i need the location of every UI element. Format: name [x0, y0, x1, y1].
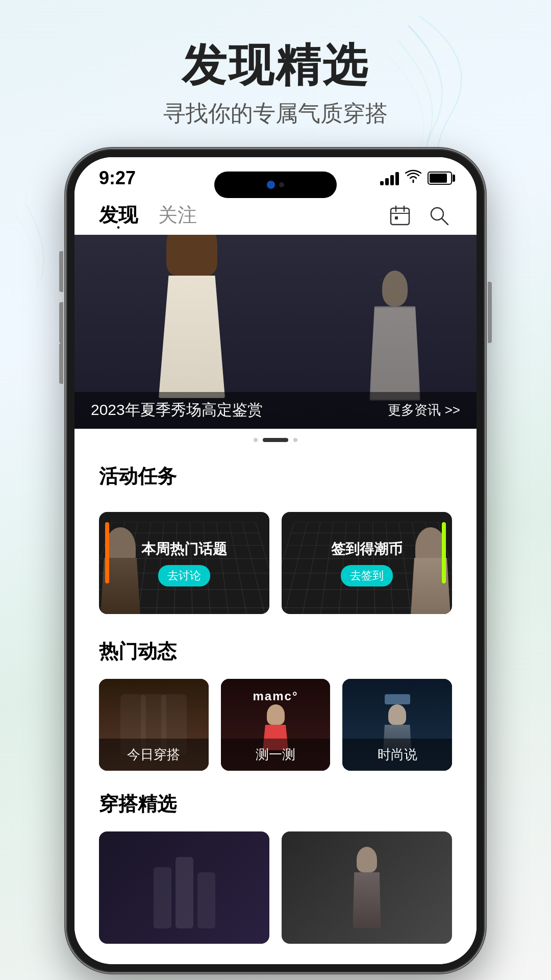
dot-3[interactable] — [293, 438, 297, 442]
signal-icon — [380, 171, 399, 185]
card-1-main-text: 本周热门话题 — [141, 540, 227, 559]
card-2-text: 签到得潮币 去签到 — [331, 540, 403, 586]
page-header: 发现精选 寻找你的专属气质穿搭 — [163, 0, 388, 129]
outfit-section-title: 穿搭精选 — [74, 791, 477, 817]
hot-card-2[interactable]: mamc° 测一测 — [221, 679, 331, 771]
wifi-icon — [405, 169, 421, 187]
svg-line-6 — [442, 218, 448, 225]
activity-section-title: 活动任务 — [99, 463, 452, 489]
activity-card-1[interactable]: 本周热门话题 去讨论 — [99, 512, 269, 614]
hot-card-3[interactable]: 时尚说 — [342, 679, 452, 771]
card-2-badge[interactable]: 去签到 — [341, 565, 393, 586]
search-button[interactable] — [425, 202, 452, 229]
page-title: 发现精选 — [163, 41, 388, 90]
svg-rect-0 — [391, 208, 409, 225]
outfit-card-1[interactable] — [99, 831, 269, 944]
hero-banner[interactable]: 2023年夏季秀场高定鉴赏 更多资讯 >> — [74, 235, 477, 429]
hot-card-3-label: 时尚说 — [342, 739, 452, 771]
tab-follow[interactable]: 关注 — [158, 202, 197, 228]
phone-body: 9:27 — [66, 149, 485, 972]
hot-card-1[interactable]: 今日穿搭 — [99, 679, 209, 771]
outfit-cards — [74, 831, 477, 944]
hot-section-header: 热门动态 — [74, 639, 477, 665]
status-icons — [380, 169, 452, 187]
phone-frame: 9:27 — [66, 149, 485, 972]
svg-rect-4 — [395, 216, 398, 219]
carousel-dots — [74, 429, 477, 451]
hero-title: 2023年夏季秀场高定鉴赏 — [91, 400, 263, 421]
hot-cards: 今日穿搭 mamc° 测一测 — [74, 679, 477, 771]
activity-card-2[interactable]: 签到得潮币 去签到 — [282, 512, 452, 614]
tab-discover[interactable]: 发现 — [99, 202, 138, 228]
hero-bottom-bar: 2023年夏季秀场高定鉴赏 更多资讯 >> — [74, 392, 477, 429]
status-time: 9:27 — [99, 167, 136, 189]
dot-1[interactable] — [254, 438, 258, 442]
mamc-brand: mamc° — [253, 689, 298, 703]
nav-icons — [387, 202, 452, 229]
hot-card-2-label: 测一测 — [221, 739, 331, 771]
battery-icon — [428, 172, 452, 185]
dot-2[interactable] — [263, 438, 288, 442]
card-1-badge[interactable]: 去讨论 — [158, 565, 210, 586]
phone-screen: 9:27 — [74, 157, 477, 964]
status-bar: 9:27 — [74, 157, 477, 194]
activity-section-header: 活动任务 — [74, 451, 477, 512]
hot-card-1-label: 今日穿搭 — [99, 739, 209, 771]
outfit-card-2[interactable] — [282, 831, 452, 944]
card-2-main-text: 签到得潮币 — [331, 540, 403, 559]
orange-stripe — [105, 522, 109, 583]
camera-dot — [267, 181, 275, 189]
nav-tabs: 发现 关注 — [74, 194, 477, 235]
card-1-text: 本周热门话题 去讨论 — [141, 540, 227, 586]
outfit-section-header: 穿搭精选 — [74, 791, 477, 817]
hot-section-title: 热门动态 — [99, 639, 452, 665]
bottom-spacer — [74, 944, 477, 964]
app-content: 发现 关注 — [74, 194, 477, 964]
hero-more-link[interactable]: 更多资讯 >> — [388, 401, 460, 419]
page-subtitle: 寻找你的专属气质穿搭 — [163, 99, 388, 129]
activity-cards: 本周热门话题 去讨论 签到得潮币 — [74, 512, 477, 614]
green-stripe — [442, 522, 446, 583]
calendar-button[interactable] — [387, 202, 413, 229]
faceid-dot — [279, 182, 284, 187]
